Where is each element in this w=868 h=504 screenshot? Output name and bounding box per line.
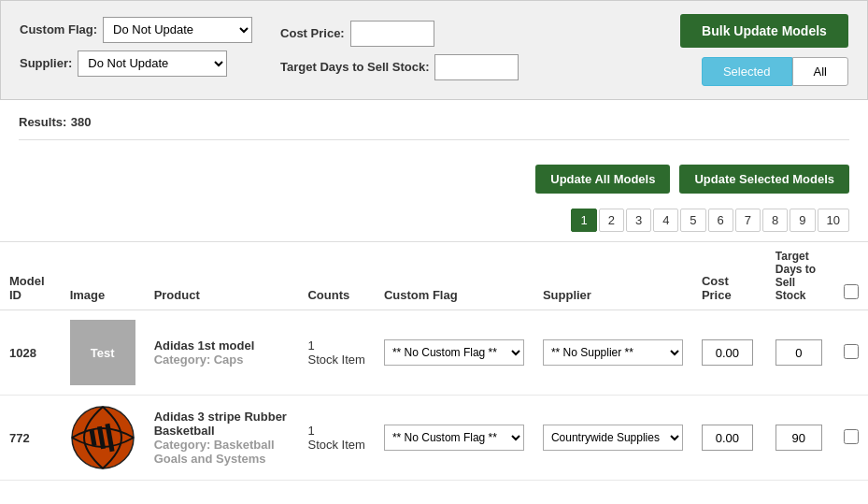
cost-price-label: Cost Price:: [280, 26, 345, 40]
update-all-button[interactable]: Update All Models: [535, 165, 670, 194]
col-counts: Counts: [298, 242, 374, 310]
row1-supplier-dropdown[interactable]: ** No Supplier ** Countrywide Supplies: [543, 339, 683, 366]
row2-custom-flag-dropdown[interactable]: ** No Custom Flag **: [384, 425, 524, 451]
row1-target-days: [766, 310, 834, 396]
row2-product-name: Adidas 3 stripe Rubber Basketball: [154, 410, 290, 438]
page-6-button[interactable]: 6: [708, 209, 733, 232]
left-form: Custom Flag: Do Not Update Option 1 Opti…: [20, 17, 252, 84]
toggle-selected-button[interactable]: Selected: [702, 57, 792, 86]
results-title: Results: 380: [19, 113, 91, 129]
row2-custom-flag: ** No Custom Flag **: [375, 396, 534, 481]
row2-supplier-dropdown[interactable]: Countrywide Supplies ** No Supplier **: [543, 425, 683, 451]
toggle-group: Selected All: [702, 57, 848, 86]
row2-product: Adidas 3 stripe Rubber Basketball Catego…: [145, 396, 299, 481]
results-section: Results: 380: [0, 100, 868, 155]
col-supplier: Supplier: [534, 242, 692, 310]
col-image: Image: [61, 242, 145, 310]
table-row: 1028 Test Adidas 1st model Category: Cap…: [0, 310, 868, 396]
bulk-update-button[interactable]: Bulk Update Models: [680, 14, 848, 48]
row2-checkbox[interactable]: [844, 429, 859, 444]
top-panel: Custom Flag: Do Not Update Option 1 Opti…: [0, 0, 868, 100]
page-3-button[interactable]: 3: [626, 209, 651, 232]
col-product: Product: [145, 242, 299, 310]
col-target-days: TargetDays toSell Stock: [766, 242, 834, 310]
col-custom-flag: Custom Flag: [375, 242, 534, 310]
custom-flag-label: Custom Flag:: [20, 22, 97, 36]
row1-cost-price-input[interactable]: [702, 339, 753, 366]
row1-custom-flag-dropdown[interactable]: ** No Custom Flag **: [384, 339, 524, 366]
target-days-label: Target Days to Sell Stock:: [280, 60, 429, 74]
col-cost-price: Cost Price: [692, 242, 766, 310]
row1-image: Test: [61, 310, 145, 396]
row2-supplier: Countrywide Supplies ** No Supplier **: [534, 396, 692, 481]
cost-fields: Cost Price: Target Days to Sell Stock:: [280, 21, 519, 80]
row2-image: [61, 396, 145, 481]
target-days-group: Target Days to Sell Stock:: [280, 54, 519, 80]
col-model-id: Model ID: [0, 242, 61, 310]
supplier-group: Supplier: Do Not Update Countrywide Supp…: [20, 50, 252, 77]
row2-checkbox-cell: [834, 396, 868, 481]
row1-checkbox[interactable]: [844, 344, 859, 359]
toggle-all-button[interactable]: All: [792, 57, 848, 86]
row2-target-days: [766, 396, 834, 481]
custom-flag-dropdown[interactable]: Do Not Update Option 1 Option 2: [103, 17, 252, 43]
action-bar: Update All Models Update Selected Models: [0, 155, 868, 203]
row1-category: Category: Caps: [154, 353, 290, 367]
update-selected-button[interactable]: Update Selected Models: [679, 165, 849, 194]
row1-image-placeholder: Test: [70, 320, 135, 385]
row1-supplier: ** No Supplier ** Countrywide Supplies: [534, 310, 692, 396]
page-7-button[interactable]: 7: [735, 209, 761, 232]
row2-cost-price: [692, 396, 766, 481]
select-all-checkbox[interactable]: [844, 284, 859, 299]
bulk-section: Bulk Update Models Selected All: [680, 14, 848, 86]
page-1-button[interactable]: 1: [571, 209, 596, 232]
row1-product: Adidas 1st model Category: Caps: [145, 310, 299, 396]
row1-target-days-input[interactable]: [776, 339, 822, 366]
row1-cost-price: [692, 310, 766, 396]
row2-target-days-input[interactable]: [776, 425, 822, 451]
cost-price-group: Cost Price:: [280, 21, 519, 47]
cost-price-input[interactable]: [350, 21, 434, 47]
row1-checkbox-cell: [834, 310, 868, 396]
page-9-button[interactable]: 9: [790, 209, 815, 232]
custom-flag-group: Custom Flag: Do Not Update Option 1 Opti…: [20, 17, 252, 43]
supplier-label: Supplier:: [20, 56, 72, 70]
row2-model-id: 772: [0, 396, 61, 481]
row2-image-basketball: [70, 405, 135, 470]
table-header-row: Model ID Image Product Counts Custom Fla…: [0, 242, 868, 310]
page-10-button[interactable]: 10: [818, 209, 849, 232]
row1-product-name: Adidas 1st model: [154, 338, 290, 353]
supplier-dropdown[interactable]: Do Not Update Countrywide Supplies: [78, 50, 227, 77]
col-select: [834, 242, 868, 310]
row2-cost-price-input[interactable]: [702, 425, 753, 451]
target-days-input[interactable]: [434, 54, 519, 80]
row1-model-id: 1028: [0, 310, 61, 396]
table-row: 772: [0, 396, 868, 481]
products-table: Model ID Image Product Counts Custom Fla…: [0, 241, 868, 481]
page-4-button[interactable]: 4: [653, 209, 678, 232]
row2-category: Category: Basketball Goals and Systems: [154, 438, 290, 466]
row1-custom-flag: ** No Custom Flag **: [375, 310, 534, 396]
row2-counts: 1 Stock Item: [298, 396, 374, 481]
page-5-button[interactable]: 5: [680, 209, 705, 232]
page-2-button[interactable]: 2: [599, 209, 624, 232]
pagination: 1 2 3 4 5 6 7 8 9 10: [0, 203, 868, 241]
page-8-button[interactable]: 8: [762, 209, 788, 232]
row1-counts: 1 Stock Item: [298, 310, 374, 396]
